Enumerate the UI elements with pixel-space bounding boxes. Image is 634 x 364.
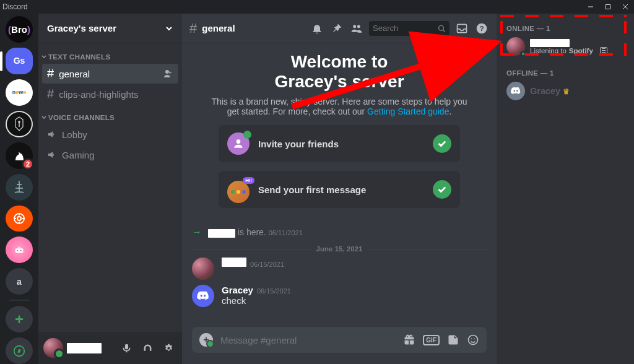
chevron-down-icon <box>41 115 47 121</box>
gift-button[interactable] <box>403 334 415 346</box>
svg-line-14 <box>443 30 445 32</box>
explore-servers-button[interactable] <box>6 337 33 364</box>
hash-icon: # <box>47 87 54 101</box>
main-area: # general ? Welcome toGracey's serv <box>182 14 634 364</box>
speaker-icon <box>47 129 57 139</box>
message-item: Gracey06/15/2021 check <box>192 285 487 307</box>
date-divider: June 15, 2021 <box>192 245 487 253</box>
message-body: check <box>222 295 291 307</box>
avatar[interactable] <box>192 285 214 307</box>
svg-rect-7 <box>15 248 24 253</box>
mute-mic-button[interactable] <box>118 339 135 357</box>
pinned-messages-button[interactable] <box>329 21 344 36</box>
voice-channel-lobby[interactable]: Lobby <box>42 124 178 144</box>
member-activity: Listening to Spotify <box>530 47 607 54</box>
check-icon <box>433 180 451 199</box>
server-header[interactable]: Gracey's server <box>38 14 182 43</box>
member-name-redacted <box>530 39 570 47</box>
welcome-block: Welcome toGracey's server This is a bran… <box>192 52 487 116</box>
inbox-button[interactable] <box>454 21 469 36</box>
svg-text:?: ? <box>479 24 484 32</box>
system-join-message: → is here. 06/11/2021 <box>192 227 487 238</box>
sticker-button[interactable] <box>447 334 459 346</box>
home-server-icon[interactable]: (Bro) <box>6 16 33 43</box>
user-settings-button[interactable] <box>160 339 177 357</box>
svg-point-6 <box>17 217 21 220</box>
svg-point-4 <box>20 152 21 154</box>
username-redacted <box>222 258 246 267</box>
channel-topbar: # general ? <box>182 14 497 43</box>
svg-point-13 <box>439 25 444 30</box>
search-input[interactable] <box>373 24 438 33</box>
message-input[interactable] <box>220 335 396 345</box>
window-maximize-button[interactable] <box>599 0 617 14</box>
server-icon[interactable]: newe <box>6 79 33 106</box>
svg-point-19 <box>471 339 472 340</box>
server-graceys[interactable]: Gs <box>6 48 33 74</box>
notifications-button[interactable] <box>310 21 324 36</box>
deafen-button[interactable] <box>139 339 156 357</box>
member-list-toggle[interactable] <box>349 21 364 36</box>
window-minimize-button[interactable] <box>582 0 599 14</box>
message-item: 06/15/2021 <box>192 258 487 280</box>
gif-button[interactable]: GIF <box>423 335 440 345</box>
channel-general[interactable]: # general <box>42 64 178 84</box>
text-channels-category[interactable]: TEXT CHANNELS <box>38 50 182 63</box>
speaker-icon <box>47 150 57 160</box>
unread-badge: 2 <box>22 158 34 170</box>
message-author: Gracey <box>222 285 253 295</box>
server-icon[interactable] <box>6 111 33 137</box>
server-icon[interactable]: 2 <box>6 142 33 169</box>
message-scroll[interactable]: Welcome toGracey's server This is a bran… <box>182 43 497 321</box>
app-name: Discord <box>2 2 28 11</box>
rail-separator <box>9 300 29 301</box>
emoji-button[interactable] <box>467 334 479 346</box>
server-icon[interactable] <box>6 206 33 232</box>
members-online-header: ONLINE — 1 <box>502 22 629 35</box>
rich-presence-icon <box>600 47 607 54</box>
server-icon[interactable] <box>6 236 33 263</box>
self-avatar[interactable] <box>43 338 63 358</box>
avatar[interactable] <box>192 258 214 280</box>
channel-sidebar: Gracey's server TEXT CHANNELS # general … <box>38 14 182 364</box>
member-offline[interactable]: Gracey♛ <box>502 79 629 103</box>
member-online[interactable]: Listening to Spotify <box>502 35 629 58</box>
channel-clips-and-highlights[interactable]: # clips-and-highlights <box>42 84 178 104</box>
svg-rect-11 <box>19 246 20 248</box>
title-bar: Discord <box>0 0 634 14</box>
member-list: ONLINE — 1 Listening to Spotify OFFLINE … <box>497 14 634 364</box>
create-invite-icon[interactable] <box>163 69 173 79</box>
members-offline-header: OFFLINE — 1 <box>502 67 629 79</box>
search-icon <box>438 24 446 33</box>
svg-rect-10 <box>18 246 19 248</box>
svg-point-18 <box>469 336 478 345</box>
svg-rect-1 <box>606 5 610 9</box>
chevron-down-icon <box>165 24 173 33</box>
server-rail: (Bro) Gs newe 2 a + <box>0 14 38 364</box>
onboarding-card-send[interactable]: Send your first message <box>219 171 460 208</box>
server-icon[interactable] <box>6 174 33 201</box>
hash-icon: # <box>47 66 54 80</box>
avatar <box>506 37 525 56</box>
svg-point-8 <box>17 250 18 251</box>
message-icon <box>227 181 250 203</box>
help-button[interactable]: ? <box>474 21 489 36</box>
owner-crown-icon: ♛ <box>563 87 570 96</box>
invite-icon <box>227 132 250 155</box>
avatar <box>506 82 525 100</box>
upload-button[interactable]: + <box>199 333 213 347</box>
check-icon <box>433 134 451 153</box>
user-panel <box>38 332 182 364</box>
add-server-button[interactable]: + <box>6 306 33 332</box>
getting-started-link[interactable]: Getting Started guide <box>367 106 449 116</box>
member-name: Gracey♛ <box>530 86 570 96</box>
onboarding-card-invite[interactable]: Invite your friends <box>219 125 460 162</box>
server-icon[interactable]: a <box>6 268 33 295</box>
voice-channel-gaming[interactable]: Gaming <box>42 145 178 165</box>
server-name: Gracey's server <box>47 23 116 33</box>
window-close-button[interactable] <box>617 0 634 14</box>
voice-channels-category[interactable]: VOICE CHANNELS <box>38 110 182 124</box>
join-arrow-icon: → <box>192 227 202 238</box>
message-composer[interactable]: + GIF <box>192 327 487 353</box>
search-box[interactable] <box>369 21 449 36</box>
